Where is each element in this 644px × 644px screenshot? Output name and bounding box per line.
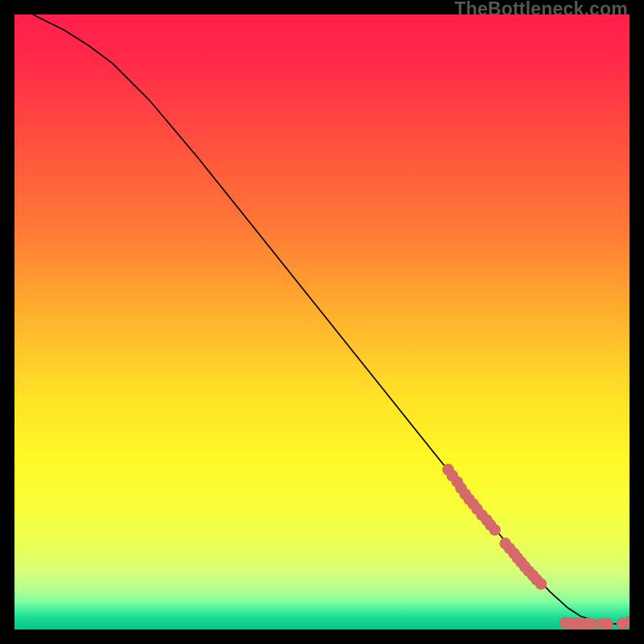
curve-line xyxy=(33,14,630,624)
scatter-dots xyxy=(442,464,630,630)
chart-stage: TheBottleneck.com xyxy=(0,0,644,644)
scatter-point xyxy=(601,617,613,630)
plot-area xyxy=(14,14,630,630)
scatter-point xyxy=(535,578,547,590)
chart-svg xyxy=(14,14,630,630)
scatter-point xyxy=(489,524,501,536)
scatter-point xyxy=(585,617,597,630)
